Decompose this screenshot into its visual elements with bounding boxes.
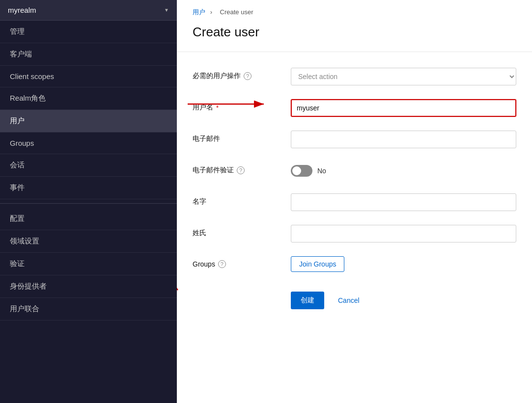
sidebar-item-realm-roles[interactable]: Realm角色 [0, 87, 177, 110]
create-user-form: 必需的用户操作 ? Select action 用户名 * [177, 52, 532, 325]
sidebar-item-users[interactable]: 用户 [0, 110, 177, 133]
sidebar-item-identity-providers[interactable]: 身份提供者 [0, 275, 177, 298]
username-required-marker: * [216, 104, 219, 111]
required-actions-row: 必需的用户操作 ? Select action [193, 68, 516, 87]
sidebar-item-authentication[interactable]: 验证 [0, 253, 177, 275]
email-row: 电子邮件 [193, 131, 516, 150]
email-verified-input-area: No [291, 162, 516, 177]
username-row: 用户名 * [193, 99, 516, 119]
sidebar-item-realm-settings[interactable]: 领域设置 [0, 230, 177, 253]
email-verified-label: 电子邮件验证 ? [193, 162, 291, 175]
breadcrumb-parent[interactable]: 用户 [193, 8, 205, 16]
sidebar-item-groups[interactable]: Groups [0, 133, 177, 154]
email-verified-help-icon[interactable]: ? [237, 166, 245, 174]
required-actions-help-icon[interactable]: ? [244, 72, 252, 80]
firstname-label: 名字 [193, 193, 291, 206]
email-input[interactable] [291, 131, 516, 148]
groups-help-icon[interactable]: ? [218, 260, 226, 268]
breadcrumb-separator: › [210, 8, 214, 16]
cancel-button[interactable]: Cancel [330, 292, 367, 309]
firstname-input-area [291, 193, 516, 211]
email-verified-toggle[interactable] [291, 165, 312, 177]
sidebar-item-user-federation[interactable]: 用户联合 [0, 298, 177, 321]
join-groups-button[interactable]: Join Groups [291, 256, 344, 272]
create-button[interactable]: 创建 [291, 292, 324, 309]
firstname-row: 名字 [193, 193, 516, 213]
sidebar-item-events[interactable]: 事件 [0, 177, 177, 199]
main-content: 用户 › Create user Create user 必需的用户操作 ? S… [177, 0, 532, 403]
required-actions-input-area: Select action [291, 68, 516, 85]
sidebar-item-sessions[interactable]: 会话 [0, 154, 177, 177]
sidebar-item-clients[interactable]: 客户端 [0, 43, 177, 66]
toggle-slider [291, 165, 312, 177]
breadcrumb: 用户 › Create user [177, 0, 532, 21]
form-buttons: 创建 Cancel [193, 288, 516, 309]
groups-label: Groups ? [193, 256, 291, 268]
sidebar-navigation: 管理客户端Client scopesRealm角色用户Groups会话事件配置领… [0, 21, 177, 403]
required-actions-label: 必需的用户操作 ? [193, 68, 291, 81]
sidebar: myrealm ▼ 管理客户端Client scopesRealm角色用户Gro… [0, 0, 177, 403]
required-actions-select[interactable]: Select action [291, 68, 516, 85]
groups-row: Groups ? Join Groups [193, 256, 516, 276]
email-input-area [291, 131, 516, 148]
sidebar-item-client-scopes[interactable]: Client scopes [0, 66, 177, 87]
username-input[interactable] [291, 99, 516, 117]
sidebar-divider [0, 203, 177, 204]
page-title: Create user [177, 21, 532, 52]
groups-input-area: Join Groups [291, 256, 516, 272]
email-verified-status: No [317, 167, 326, 175]
breadcrumb-current: Create user [220, 8, 253, 16]
username-label: 用户名 * [193, 99, 291, 112]
firstname-input[interactable] [291, 193, 516, 211]
sidebar-item-admin[interactable]: 管理 [0, 21, 177, 43]
chevron-down-icon: ▼ [164, 7, 169, 13]
email-label: 电子邮件 [193, 131, 291, 143]
sidebar-item-configuration[interactable]: 配置 [0, 208, 177, 230]
email-verified-row: 电子邮件验证 ? No [193, 162, 516, 182]
lastname-row: 姓氏 [193, 225, 516, 244]
realm-name: myrealm [8, 6, 36, 14]
lastname-input[interactable] [291, 225, 516, 242]
username-input-area [291, 99, 516, 117]
lastname-label: 姓氏 [193, 225, 291, 238]
realm-selector[interactable]: myrealm ▼ [0, 0, 177, 21]
email-verified-toggle-wrapper: No [291, 162, 516, 177]
lastname-input-area [291, 225, 516, 242]
